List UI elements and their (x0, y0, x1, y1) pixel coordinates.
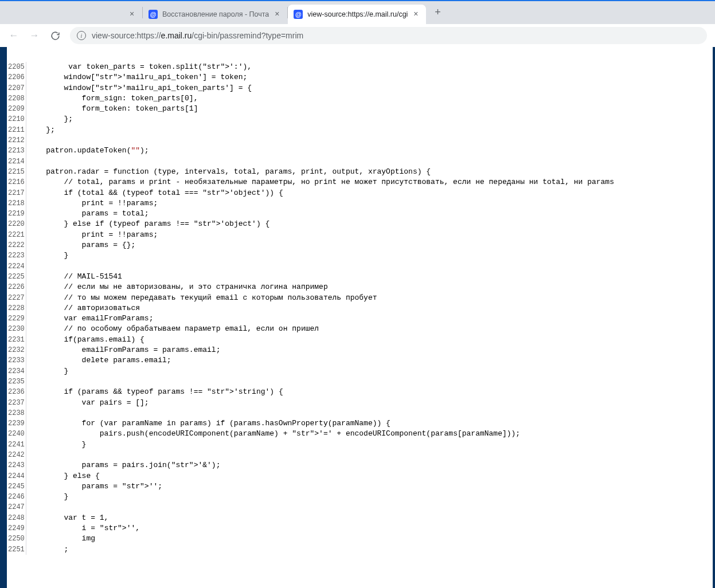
mail-favicon-icon: @ (294, 10, 303, 19)
code-line[interactable]: // авторизоваться (28, 303, 713, 313)
line-number: 2209 (8, 104, 24, 114)
code-line[interactable]: } (28, 250, 713, 261)
line-number: 2233 (8, 355, 24, 366)
code-line[interactable]: // то мы можем передавать текущий email … (28, 293, 713, 303)
code-line[interactable]: } (28, 440, 713, 450)
code-line[interactable]: } (28, 366, 713, 377)
code-line[interactable]: params = total; (28, 209, 713, 219)
code-line[interactable]: var t = 1, (28, 513, 713, 523)
line-number: 2235 (8, 377, 24, 387)
tab-title: Восстановление пароля - Почта (162, 10, 269, 18)
code-line[interactable]: patron.radar = function (type, intervals… (28, 167, 713, 177)
site-info-icon[interactable]: i (77, 31, 86, 40)
code-line[interactable]: params = "str">''; (28, 481, 713, 492)
line-number: 2236 (8, 387, 24, 397)
view-source-content: К 22052206220722082209221022112212221322… (7, 47, 713, 588)
new-tab-button[interactable]: + (429, 5, 446, 21)
code-line[interactable]: } else if (typeof params !== "str">'obje… (28, 219, 713, 229)
line-number: 2245 (8, 481, 24, 492)
code-line[interactable]: if (params && typeof params !== "str">'s… (28, 387, 713, 397)
line-number: 2206 (8, 72, 24, 83)
source-view: 2205220622072208220922102211221222132214… (7, 47, 713, 555)
close-icon[interactable]: × (411, 10, 420, 19)
code-line[interactable]: var emailFromParams; (28, 313, 713, 324)
code-line[interactable] (28, 377, 713, 387)
code-line[interactable]: params = {}; (28, 240, 713, 250)
code-line[interactable]: }; (28, 114, 713, 124)
line-number: 2224 (8, 261, 24, 272)
code-line[interactable]: emailFromParams = params.email; (28, 345, 713, 355)
code-line[interactable] (28, 408, 713, 418)
code-line[interactable]: patron.updateToken(""); (28, 146, 713, 156)
code-line[interactable]: print = !!params; (28, 230, 713, 240)
line-number: 2212 (8, 135, 24, 146)
tab-bar: × @ Восстановление пароля - Почта × @ vi… (0, 1, 715, 24)
code-line[interactable]: // по особому обрабатываем параметр emai… (28, 324, 713, 334)
line-number: 2243 (8, 460, 24, 471)
line-number: 2228 (8, 303, 24, 313)
line-number: 2232 (8, 345, 24, 355)
code-line[interactable]: var token_parts = token.split("str">':')… (28, 62, 713, 72)
code-line[interactable]: i = "str">'', (28, 523, 713, 534)
line-number: 2211 (8, 125, 24, 135)
code-line[interactable] (28, 261, 713, 272)
code-line[interactable]: window["str">'mailru_api_token_parts'] =… (28, 83, 713, 93)
code-line[interactable] (28, 502, 713, 512)
address-bar[interactable]: i view-source:https://e.mail.ru/cgi-bin/… (70, 27, 707, 44)
line-number: 2239 (8, 418, 24, 429)
back-button[interactable]: ← (5, 26, 23, 45)
line-number: 2244 (8, 471, 24, 481)
code-line[interactable]: form_sign: token_parts[0], (28, 93, 713, 104)
line-number: 2250 (8, 534, 24, 544)
line-number: 2221 (8, 230, 24, 240)
code-line[interactable]: print = !!params; (28, 198, 713, 209)
code-line[interactable]: ; (28, 544, 713, 555)
line-number: 2214 (8, 156, 24, 167)
code-line[interactable]: }; (28, 125, 713, 135)
line-number: 2234 (8, 366, 24, 377)
line-number: 2210 (8, 114, 24, 124)
source-code[interactable]: var token_parts = token.split("str">':')… (26, 62, 713, 555)
code-line[interactable]: // если мы не авторизованы, и это страни… (28, 282, 713, 292)
code-line[interactable]: // total, params и print - необязательны… (28, 177, 713, 187)
line-number: 2229 (8, 313, 24, 324)
line-number: 2247 (8, 502, 24, 512)
code-line[interactable] (28, 135, 713, 146)
code-line[interactable]: if (total && (typeof total === "str">'ob… (28, 188, 713, 198)
code-line[interactable]: img (28, 534, 713, 544)
line-number: 2242 (8, 450, 24, 460)
code-line[interactable]: form_token: token_parts[1] (28, 104, 713, 114)
url-text: view-source:https://e.mail.ru/cgi-bin/pa… (92, 31, 303, 40)
reload-button[interactable] (46, 26, 64, 45)
code-line[interactable]: } (28, 492, 713, 502)
code-line[interactable]: if(params.email) { (28, 335, 713, 345)
code-line[interactable]: // MAIL-51541 (28, 272, 713, 282)
code-line[interactable] (28, 156, 713, 167)
tab-0[interactable]: × (5, 5, 142, 24)
line-number: 2240 (8, 429, 24, 439)
code-line[interactable] (28, 450, 713, 460)
line-number: 2237 (8, 398, 24, 408)
tab-2-active[interactable]: @ view-source:https://e.mail.ru/cgi × (288, 5, 426, 24)
tab-title: view-source:https://e.mail.ru/cgi (307, 10, 408, 18)
close-icon[interactable]: × (272, 10, 282, 19)
line-number: 2251 (8, 544, 24, 555)
url-prefix: view-source:https:// (92, 31, 161, 40)
code-line[interactable]: for (var paramName in params) if (params… (28, 418, 713, 429)
code-line[interactable]: pairs.push(encodeURIComponent(paramName)… (28, 429, 713, 439)
tab-1[interactable]: @ Восстановление пароля - Почта × (143, 5, 287, 24)
line-number: 2213 (8, 146, 24, 156)
code-line[interactable]: var pairs = []; (28, 398, 713, 408)
code-line[interactable]: window["str">'mailru_api_token'] = token… (28, 72, 713, 83)
line-number: 2218 (8, 198, 24, 209)
line-number: 2220 (8, 219, 24, 229)
line-number: 2249 (8, 523, 24, 534)
code-line[interactable]: params = pairs.join("str">'&'); (28, 460, 713, 471)
code-line[interactable]: } else { (28, 471, 713, 481)
forward-button[interactable]: → (25, 26, 44, 45)
tab-favicon-blank (10, 10, 19, 19)
close-icon[interactable]: × (127, 10, 136, 19)
toolbar: ← → i view-source:https://e.mail.ru/cgi-… (0, 24, 715, 47)
url-host: e.mail.ru (161, 31, 192, 40)
code-line[interactable]: delete params.email; (28, 355, 713, 366)
